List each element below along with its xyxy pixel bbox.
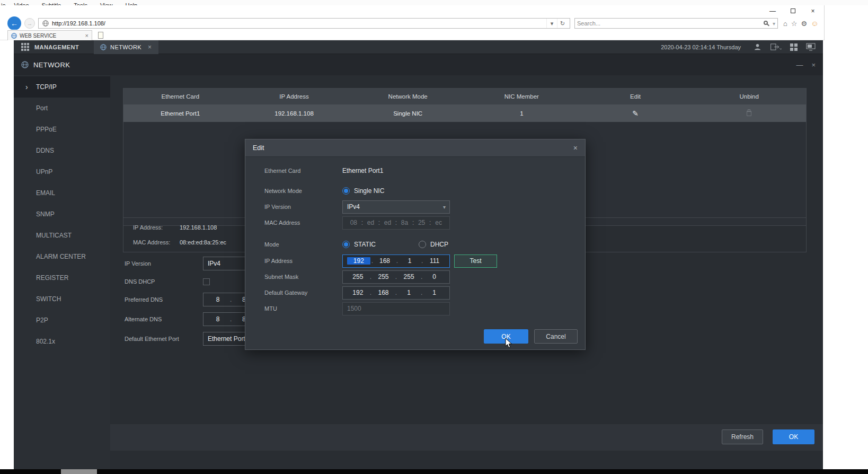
apps-grid-icon[interactable] — [21, 43, 29, 51]
ip-segment[interactable]: 168 — [371, 289, 395, 296]
monitor-icon[interactable] — [806, 43, 816, 51]
home-icon[interactable]: ⌂ — [783, 20, 787, 28]
dns-dhcp-label: DNS DHCP — [125, 278, 203, 285]
close-button[interactable]: × — [803, 5, 823, 16]
dialog-ip-version-value: IPv4 — [347, 203, 360, 210]
edit-icon[interactable]: ✎ — [632, 109, 639, 118]
network-tab-close-icon[interactable]: × — [148, 43, 152, 51]
table-row[interactable]: Ethernet Port1 192.168.1.108 Single NIC … — [123, 104, 806, 122]
address-bar[interactable]: ▾ ↻ — [38, 18, 570, 29]
chevron-right-icon: › — [25, 83, 28, 91]
settings-icon[interactable]: ⚙ — [801, 20, 808, 28]
sidebar-item-pppoe[interactable]: PPPoE — [14, 119, 110, 140]
dns-segment: 8 — [206, 315, 230, 323]
alternate-dns-label: Alternate DNS — [125, 316, 203, 322]
dialog-title: Edit — [253, 144, 264, 152]
player-seek-segment[interactable] — [61, 469, 97, 474]
user-icon[interactable] — [754, 43, 761, 51]
mac-address-value: 08:ed:ed:8a:25:ec — [180, 239, 226, 245]
panel-minimize-icon[interactable]: — — [796, 61, 803, 69]
dhcp-label: DHCP — [430, 241, 448, 248]
sidebar-item-email[interactable]: EMAIL — [14, 182, 110, 204]
maximize-icon — [791, 8, 795, 13]
refresh-button[interactable]: Refresh — [722, 429, 763, 444]
sidebar-item-ddns[interactable]: DDNS — [14, 140, 110, 161]
ip-segment-selected[interactable]: 192 — [347, 257, 370, 265]
network-app-tab[interactable]: NETWORK × — [94, 40, 158, 54]
single-nic-radio[interactable] — [342, 187, 350, 195]
panel-close-icon[interactable]: × — [811, 61, 816, 69]
subnet-mask-input[interactable]: 255.255.255.0 — [342, 270, 450, 284]
single-nic-label: Single NIC — [354, 187, 384, 195]
sidebar-item-upnp[interactable]: UPnP — [14, 161, 110, 182]
search-icon[interactable] — [764, 21, 768, 25]
sidebar-item-label: 802.1x — [36, 338, 55, 345]
sidebar-item-snmp[interactable]: SNMP — [14, 204, 110, 225]
sidebar: ›TCP/IP Port PPPoE DDNS UPnP EMAIL SNMP … — [14, 75, 110, 469]
page-ok-button[interactable]: OK — [773, 429, 814, 444]
navbar-right: 2020-04-23 02:14:14 Thursday — [661, 43, 823, 51]
back-button[interactable]: ← — [7, 16, 21, 30]
test-button[interactable]: Test — [454, 254, 497, 268]
url-input[interactable] — [52, 19, 546, 28]
ip-address-input[interactable]: 192.168.1.111 — [342, 254, 450, 268]
autocomplete-dropdown-icon[interactable]: ▾ — [546, 19, 557, 28]
ip-segment[interactable]: 255 — [371, 273, 395, 280]
sidebar-item-p2p[interactable]: P2P — [14, 310, 110, 331]
forward-button[interactable]: → — [24, 18, 35, 29]
mtu-row: MTU 1500 — [264, 302, 450, 315]
sidebar-item-port[interactable]: Port — [14, 98, 110, 119]
search-dropdown-icon[interactable]: ▾ — [773, 21, 775, 27]
sidebar-item-register[interactable]: REGISTER — [14, 267, 110, 288]
ip-address-value: 192.168.1.108 — [180, 224, 217, 231]
dialog-ip-version-select[interactable]: IPv4▾ — [342, 200, 450, 214]
ip-segment[interactable]: 0 — [422, 273, 446, 280]
table-cell-ip: 192.168.1.108 — [237, 104, 351, 122]
layout-grid-icon[interactable] — [790, 43, 798, 51]
ip-segment[interactable]: 255 — [346, 273, 370, 280]
search-input[interactable] — [577, 19, 761, 28]
sidebar-item-multicast[interactable]: MULTICAST — [14, 225, 110, 246]
ip-segment[interactable]: 255 — [397, 273, 421, 280]
new-tab-button[interactable] — [95, 31, 106, 39]
ip-version-value: IPv4 — [208, 260, 220, 267]
tab-favicon-globe-icon — [11, 33, 17, 39]
sidebar-item-8021x[interactable]: 802.1x — [14, 331, 110, 352]
ip-segment[interactable]: 111 — [423, 257, 446, 265]
ip-segment[interactable]: 1 — [422, 289, 446, 296]
static-radio[interactable] — [342, 241, 350, 248]
dialog-cancel-button[interactable]: Cancel — [534, 329, 578, 344]
ip-segment[interactable]: 1 — [398, 257, 421, 265]
sidebar-item-label: SWITCH — [36, 295, 61, 303]
logout-icon[interactable] — [770, 43, 782, 51]
ip-segment[interactable]: 192 — [346, 289, 370, 296]
tab-close-icon[interactable]: × — [85, 32, 88, 39]
dns-dhcp-checkbox[interactable] — [203, 278, 210, 285]
ethernet-card-value: Ethernet Port1 — [342, 167, 383, 174]
minimize-button[interactable]: — — [763, 5, 783, 16]
sidebar-item-tcpip[interactable]: ›TCP/IP — [14, 76, 110, 98]
unbind-trash-icon[interactable] — [747, 111, 751, 116]
page-globe-icon — [21, 61, 29, 68]
back-icon: ← — [11, 19, 18, 28]
dhcp-radio[interactable] — [419, 241, 426, 248]
refresh-icon[interactable]: ↻ — [557, 19, 568, 28]
favorites-icon[interactable]: ☆ — [791, 20, 798, 28]
gateway-row: Default Gateway 192.168.1.1 — [264, 286, 450, 300]
search-box[interactable]: ▾ — [574, 18, 778, 29]
browser-tab[interactable]: WEB SERVICE × — [7, 30, 92, 40]
sidebar-item-alarm-center[interactable]: ALARM CENTER — [14, 246, 110, 267]
ip-segment[interactable]: 168 — [373, 257, 396, 265]
ip-segment[interactable]: 1 — [397, 289, 421, 296]
sidebar-item-switch[interactable]: SWITCH — [14, 288, 110, 310]
dns-dhcp-row: DNS DHCP — [125, 275, 210, 288]
feedback-smiley-icon[interactable]: ☺ — [811, 19, 818, 28]
default-gateway-input[interactable]: 192.168.1.1 — [342, 286, 450, 300]
page-header-controls: — × — [796, 61, 816, 69]
mac-address-row: MAC Address 08:ed:ed:8a:25:ec — [264, 216, 450, 230]
ethernet-card-label: Ethernet Card — [264, 168, 342, 174]
management-label[interactable]: MANAGEMENT — [34, 44, 79, 50]
table-header-cell: NIC Member — [465, 89, 579, 104]
dialog-close-icon[interactable]: × — [573, 144, 578, 152]
maximize-button[interactable] — [783, 5, 803, 16]
